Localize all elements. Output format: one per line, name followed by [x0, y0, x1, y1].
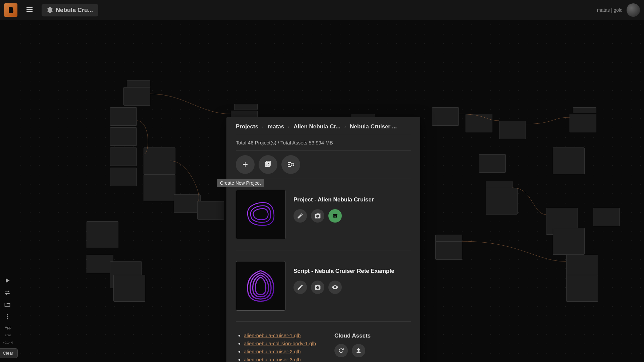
project-title-chip[interactable]: Nebula Cru...	[42, 4, 98, 16]
app-logo[interactable]	[4, 3, 17, 17]
add-collection-button[interactable]	[259, 155, 277, 174]
svg-point-47	[291, 163, 294, 166]
project-thumbnail[interactable]	[236, 190, 285, 239]
svg-text:+: +	[319, 213, 321, 215]
header-right: matas | gold	[597, 3, 640, 17]
play-icon[interactable]	[4, 277, 12, 285]
hamburger-menu-icon[interactable]	[23, 3, 36, 17]
script-info: Script - Nebula Cruiser Rete Example	[293, 261, 411, 294]
search-settings-button[interactable]	[281, 155, 300, 174]
snapshot-button[interactable]: +	[311, 209, 324, 223]
core-label: core	[5, 334, 11, 337]
project-title-text: Nebula Cru...	[56, 7, 93, 14]
svg-point-36	[7, 316, 8, 317]
breadcrumb: Projects › matas › Alien Nebula Cr... › …	[236, 123, 411, 130]
breadcrumb-project[interactable]: Alien Nebula Cr...	[293, 123, 340, 130]
chevron-right-icon: ›	[288, 124, 289, 129]
archive-button[interactable]	[328, 209, 342, 223]
header-left: Nebula Cru...	[4, 3, 98, 17]
app-label: App	[5, 325, 11, 329]
user-label: matas | gold	[597, 7, 623, 13]
asset-list: alien-nebula-cruiser-1.glb alien-nebula-…	[236, 333, 326, 362]
svg-point-35	[7, 314, 8, 315]
assets-row: alien-nebula-cruiser-1.glb alien-nebula-…	[236, 326, 411, 362]
divider	[236, 150, 411, 150]
asset-link[interactable]: alien-nebula-cruiser-1.glb	[244, 333, 301, 338]
asset-side: Cloud Assets	[334, 333, 411, 357]
breadcrumb-user[interactable]: matas	[268, 123, 284, 130]
divider	[236, 135, 411, 135]
asset-actions	[334, 344, 411, 357]
refresh-button[interactable]	[334, 344, 348, 357]
svg-marker-34	[6, 278, 10, 283]
asset-item: alien-nebula-cruiser-1.glb	[244, 333, 326, 339]
chevron-right-icon: ›	[262, 124, 264, 129]
edit-button[interactable]	[293, 209, 307, 223]
view-button[interactable]	[328, 281, 342, 294]
divider	[236, 250, 411, 250]
swap-icon[interactable]	[4, 289, 12, 297]
asset-item: alien-nebula-collision-body-1.glb	[244, 341, 326, 347]
breadcrumb-projects[interactable]: Projects	[236, 123, 258, 130]
chevron-right-icon: ›	[344, 124, 346, 129]
script-thumbnail[interactable]	[236, 261, 285, 311]
project-title: Project - Alien Nebula Cruiser	[293, 196, 411, 203]
cloud-assets-title: Cloud Assets	[334, 333, 411, 339]
create-project-tooltip: Create New Project	[217, 179, 264, 187]
app-header: Nebula Cru... matas | gold	[0, 0, 644, 20]
asset-item: alien-nebula-cruiser-3.glb	[244, 357, 326, 362]
script-title: Script - Nebula Cruiser Rete Example	[293, 268, 411, 275]
asset-link[interactable]: alien-nebula-collision-body-1.glb	[244, 341, 316, 346]
script-row: Script - Nebula Cruiser Rete Example	[236, 255, 411, 317]
asset-item: alien-nebula-cruiser-2.glb	[244, 349, 326, 355]
version-label: v0.14.0	[3, 341, 13, 344]
asset-link[interactable]: alien-nebula-cruiser-2.glb	[244, 349, 301, 354]
project-actions: +	[293, 209, 411, 223]
svg-line-48	[293, 166, 294, 166]
left-rail: App core v0.14.0 Clear	[0, 20, 16, 362]
snapshot-button[interactable]	[311, 281, 324, 294]
svg-point-37	[7, 318, 8, 319]
upload-button[interactable]	[352, 344, 365, 357]
folder-icon[interactable]	[4, 301, 12, 309]
edit-button[interactable]	[293, 281, 307, 294]
breadcrumb-script[interactable]: Nebula Cruiser ...	[350, 123, 397, 130]
divider	[236, 321, 411, 322]
project-browser-modal: Projects › matas › Alien Nebula Cr... › …	[226, 117, 420, 362]
script-actions	[293, 281, 411, 294]
project-row: Project - Alien Nebula Cruiser +	[236, 184, 411, 245]
asset-link[interactable]: alien-nebula-cruiser-3.glb	[244, 357, 301, 362]
user-avatar[interactable]	[627, 3, 640, 17]
modal-actions	[236, 155, 411, 174]
project-info: Project - Alien Nebula Cruiser +	[293, 190, 411, 223]
create-project-button[interactable]	[236, 155, 255, 174]
more-vert-icon[interactable]	[4, 313, 12, 321]
clear-button[interactable]: Clear	[0, 348, 18, 358]
stats-text: Total 46 Project(s) / Total Assets 53.99…	[236, 140, 411, 145]
